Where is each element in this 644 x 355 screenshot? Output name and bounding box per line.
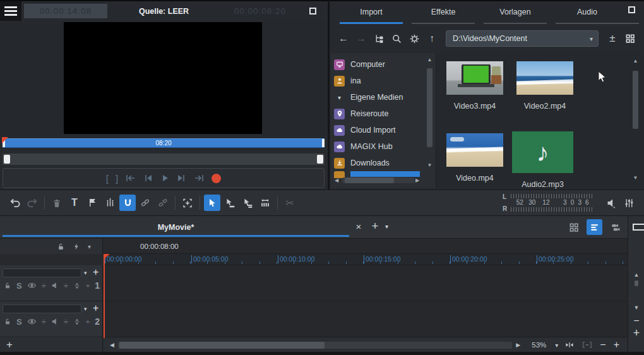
close-project-icon[interactable]: × (352, 221, 365, 234)
scroll-down-icon[interactable]: ▼ (631, 175, 640, 181)
tree-item-cloud-import[interactable]: Cloud Import (334, 122, 423, 138)
overview-mode-icon[interactable] (582, 341, 592, 349)
track-lane-2[interactable] (104, 301, 627, 337)
file-video[interactable]: Video.mp4 (446, 133, 503, 183)
text-tool-icon[interactable]: T (66, 195, 83, 211)
volume-fade-icon[interactable]: ÷ (42, 282, 46, 290)
mouse-mode-single-icon[interactable] (222, 195, 238, 211)
vertical-zoom-in-button[interactable]: + (628, 327, 644, 339)
visibility-eye-icon[interactable] (27, 282, 37, 289)
scrollbar-thumb[interactable] (345, 178, 394, 183)
mouse-mode-icon[interactable] (204, 195, 220, 211)
video-screen[interactable] (64, 22, 262, 134)
lock-icon[interactable] (4, 318, 11, 325)
mute-speaker-icon[interactable] (51, 282, 59, 289)
transition-fade-icon[interactable]: ÷ (64, 318, 68, 326)
tree-horizontal-scrollbar[interactable]: ◀ ▶ (335, 177, 422, 184)
lightning-icon[interactable] (73, 243, 80, 251)
view-options-grid-icon[interactable] (623, 31, 638, 46)
delete-icon[interactable] (49, 195, 65, 211)
file-audio2[interactable]: ♪ Audio2.mp3 (512, 131, 573, 189)
visibility-eye-icon[interactable] (27, 318, 37, 325)
scroll-up-icon[interactable]: ▲ (628, 272, 644, 278)
back-icon[interactable]: ← (336, 31, 351, 46)
curve-fade-icon[interactable]: ÷ (86, 318, 90, 325)
preview-playhead-marker[interactable] (2, 137, 8, 143)
zoom-in-button[interactable]: + (614, 340, 619, 350)
scrollbar-thumb[interactable] (427, 68, 432, 147)
lock-icon[interactable] (57, 243, 65, 251)
scroll-left-icon[interactable]: ◀ (335, 178, 341, 183)
volume-fade-icon[interactable]: ÷ (42, 318, 46, 326)
tree-vertical-scrollbar[interactable]: ▲ ▼ (426, 57, 434, 168)
scroll-right-icon[interactable]: ▶ (513, 342, 523, 348)
vertical-scrollbar-thumb[interactable] (635, 280, 638, 286)
record-button[interactable] (212, 174, 221, 183)
tree-selection-highlight[interactable] (350, 171, 420, 177)
search-icon[interactable] (389, 31, 404, 46)
track-name-field[interactable] (3, 268, 81, 277)
curve-fade-icon[interactable]: ÷ (86, 282, 90, 289)
ungroup-unlink-icon[interactable] (155, 195, 171, 211)
tree-item-magix-hub[interactable]: MAGIX Hub (334, 138, 423, 155)
multicam-icon[interactable] (607, 219, 623, 235)
timeline-mode-icon[interactable] (587, 219, 602, 235)
track-options-chevron-icon[interactable]: ▾ (88, 243, 91, 250)
vertical-zoom-out-button[interactable]: − (628, 316, 644, 326)
track-name-field[interactable] (3, 304, 81, 313)
lock-icon[interactable] (4, 282, 11, 289)
scroll-right-icon[interactable]: ▶ (415, 178, 422, 183)
range-end-handle[interactable] (322, 139, 325, 147)
tab-audio[interactable]: Audio (552, 5, 623, 24)
snap-magnet-icon[interactable] (119, 195, 136, 211)
tree-item-computer[interactable]: Computer (334, 56, 423, 73)
speaker-icon[interactable] (603, 195, 619, 211)
solo-button[interactable]: S (16, 317, 22, 327)
split-scissors-icon[interactable]: ✂ (282, 195, 298, 211)
zoom-presets-chevron-icon[interactable]: ▾ (552, 342, 561, 349)
preview-range-bar[interactable]: 08:20 (3, 138, 325, 148)
folder-tree-icon[interactable] (371, 31, 386, 46)
project-tab[interactable]: MyMovie* (3, 216, 349, 239)
scroll-right-handle[interactable] (317, 155, 323, 164)
undo-icon[interactable] (6, 195, 23, 211)
mark-in-button[interactable]: [ (106, 173, 109, 184)
track-height-icon[interactable] (73, 318, 81, 326)
up-folder-icon[interactable]: ↑ (424, 31, 439, 46)
gear-icon[interactable] (407, 31, 422, 46)
add-track-button[interactable]: + (6, 339, 13, 351)
project-list-chevron-icon[interactable]: ▾ (385, 223, 388, 230)
zoom-position-icon[interactable] (564, 341, 575, 349)
scroll-up-icon[interactable]: ▲ (631, 58, 640, 64)
scrollbar-thumb[interactable] (119, 342, 325, 349)
mark-out-button[interactable]: ] (116, 173, 118, 184)
files-vertical-scrollbar[interactable]: ▲ ▼ (631, 58, 640, 181)
scroll-left-handle[interactable] (4, 155, 10, 164)
timeline-ruler[interactable]: 00:00:00:00 00:00:05:00 00:00:10:00 00:0… (104, 254, 627, 265)
preview-zoom-scrollbar[interactable] (3, 153, 325, 165)
tree-item-eigene-medien[interactable]: ▾ Eigene Medien (334, 89, 423, 105)
forward-icon[interactable]: → (354, 31, 369, 46)
marker-flag-icon[interactable] (84, 195, 100, 211)
tree-item-ina[interactable]: ina (334, 73, 423, 89)
hamburger-menu-icon[interactable] (0, 1, 21, 21)
mixer-icon[interactable] (621, 195, 637, 211)
add-effect-icon[interactable]: + (93, 303, 98, 314)
scroll-down-icon[interactable]: ▼ (628, 304, 644, 311)
tree-item-reiseroute[interactable]: Reiseroute (334, 105, 423, 122)
path-dropdown[interactable]: D:\Videos\MyContent ▾ (446, 30, 599, 47)
timeline-maximize-button[interactable] (633, 224, 644, 231)
tab-effekte[interactable]: Effekte (408, 5, 479, 24)
solo-button[interactable]: S (16, 281, 22, 291)
add-project-icon[interactable]: + (369, 220, 381, 234)
scroll-left-icon[interactable]: ◀ (107, 342, 117, 348)
tab-vorlagen[interactable]: Vorlagen (480, 5, 551, 24)
chevron-down-icon[interactable]: ▾ (84, 270, 87, 276)
file-video3[interactable]: Video3.mp4 (446, 61, 503, 111)
zoom-out-button[interactable]: − (600, 340, 605, 350)
scrollbar-track[interactable] (342, 178, 414, 183)
mouse-mode-all-tracks-icon[interactable] (239, 195, 256, 211)
chevron-down-icon[interactable]: ▾ (334, 94, 345, 101)
tab-import[interactable]: Import (336, 5, 407, 24)
redo-icon[interactable] (24, 195, 40, 211)
